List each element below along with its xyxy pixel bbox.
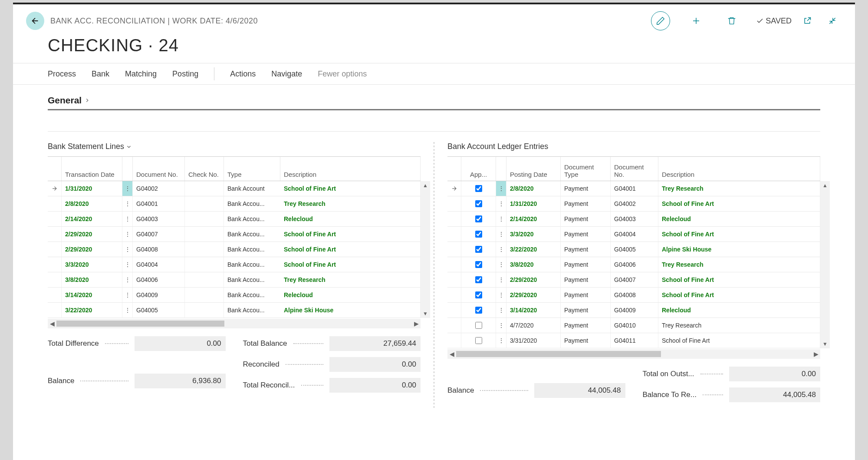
row-selector[interactable] [447, 196, 461, 211]
cell-document-no[interactable]: G04011 [611, 333, 658, 348]
cell-check-no[interactable] [185, 212, 224, 226]
applied-checkbox[interactable] [475, 261, 482, 268]
row-selector[interactable] [48, 288, 62, 302]
new-button[interactable] [687, 11, 706, 30]
row-more-icon[interactable]: ⋮ [496, 212, 506, 226]
cell-applied[interactable] [461, 227, 496, 242]
table-row[interactable]: ⋮1/31/2020PaymentG04002School of Fine Ar… [447, 196, 820, 212]
back-button[interactable] [26, 12, 44, 30]
popout-button[interactable] [798, 11, 817, 30]
row-selector[interactable] [447, 333, 461, 348]
table-row[interactable]: ⋮3/31/2020PaymentG04011School of Fine Ar… [447, 333, 820, 348]
cell-type[interactable]: Bank Accou... [224, 212, 280, 226]
cell-check-no[interactable] [185, 181, 224, 196]
cell-transaction-date[interactable]: 3/14/2020 [62, 288, 122, 302]
table-row[interactable]: ⋮3/22/2020PaymentG04005Alpine Ski House [447, 242, 820, 257]
cell-document-type[interactable]: Payment [561, 227, 611, 242]
row-more-icon[interactable]: ⋮ [496, 303, 506, 318]
row-more-icon[interactable]: ⋮ [496, 227, 506, 242]
cell-description[interactable]: Alpine Ski House [658, 242, 820, 257]
cell-description[interactable]: School of Fine Art [658, 227, 820, 242]
cell-transaction-date[interactable]: 2/29/2020 [62, 227, 122, 242]
scroll-thumb-h[interactable] [56, 321, 224, 327]
row-more-icon[interactable]: ⋮ [496, 181, 506, 196]
row-more-icon[interactable]: ⋮ [122, 212, 133, 226]
cell-check-no[interactable] [185, 303, 224, 318]
cell-type[interactable]: Bank Accou... [224, 242, 280, 257]
row-selector[interactable] [48, 257, 62, 272]
row-more-icon[interactable]: ⋮ [122, 272, 133, 287]
cell-applied[interactable] [461, 212, 496, 226]
row-selector[interactable] [447, 288, 461, 302]
row-more-icon[interactable]: ⋮ [122, 288, 133, 302]
cell-document-type[interactable]: Payment [561, 303, 611, 318]
table-row[interactable]: ⋮3/8/2020PaymentG04006Trey Research [447, 257, 820, 272]
cell-applied[interactable] [461, 196, 496, 211]
cell-transaction-date[interactable]: 2/14/2020 [62, 212, 122, 226]
cell-check-no[interactable] [185, 196, 224, 211]
cell-description[interactable]: Trey Research [280, 196, 421, 211]
applied-checkbox[interactable] [475, 246, 482, 253]
cell-document-type[interactable]: Payment [561, 318, 611, 333]
table-row[interactable]: 2/29/2020⋮G04008Bank Accou...School of F… [48, 242, 421, 257]
cell-applied[interactable] [461, 288, 496, 302]
row-selector[interactable] [447, 242, 461, 257]
table-row[interactable]: ⋮2/29/2020PaymentG04007School of Fine Ar… [447, 272, 820, 288]
cell-posting-date[interactable]: 3/8/2020 [506, 257, 561, 272]
applied-checkbox[interactable] [475, 185, 482, 192]
cell-document-type[interactable]: Payment [561, 212, 611, 226]
applied-checkbox[interactable] [475, 200, 482, 207]
cell-document-no[interactable]: G04002 [611, 196, 658, 211]
row-selector[interactable] [447, 227, 461, 242]
tab-bank[interactable]: Bank [92, 69, 109, 79]
row-more-icon[interactable]: ⋮ [122, 196, 133, 211]
scroll-thumb-h[interactable] [456, 351, 661, 357]
row-more-icon[interactable]: ⋮ [496, 242, 506, 257]
cell-description[interactable]: School of Fine Art [658, 196, 820, 211]
row-selector[interactable] [48, 303, 62, 318]
collapse-button[interactable] [823, 11, 842, 30]
scroll-up-icon[interactable]: ▲ [423, 181, 428, 190]
cell-document-type[interactable]: Payment [561, 333, 611, 348]
cell-document-no[interactable]: G04006 [133, 272, 185, 287]
col-applied[interactable]: App... [461, 157, 496, 181]
cell-applied[interactable] [461, 242, 496, 257]
table-row[interactable]: 3/14/2020⋮G04009Bank Accou...Relecloud [48, 288, 421, 303]
row-more-icon[interactable]: ⋮ [122, 303, 133, 318]
cell-posting-date[interactable]: 3/14/2020 [506, 303, 561, 318]
row-selector[interactable] [48, 196, 62, 211]
col-document-no-r[interactable]: Document No. [611, 157, 658, 181]
col-posting-date[interactable]: Posting Date [506, 157, 561, 181]
applied-checkbox[interactable] [475, 215, 482, 222]
cell-document-no[interactable]: G04005 [611, 242, 658, 257]
scroll-down-icon[interactable]: ▼ [423, 309, 428, 318]
row-more-icon[interactable]: ⋮ [496, 333, 506, 348]
cell-description[interactable]: School of Fine Art [280, 242, 421, 257]
scroll-right-icon[interactable]: ▶ [412, 320, 421, 327]
cell-transaction-date[interactable]: 2/29/2020 [62, 242, 122, 257]
applied-checkbox[interactable] [475, 322, 482, 329]
cell-type[interactable]: Bank Accou... [224, 272, 280, 287]
col-document-no[interactable]: Document No. [133, 157, 185, 181]
cell-check-no[interactable] [185, 288, 224, 302]
row-more-icon[interactable]: ⋮ [122, 227, 133, 242]
cell-document-no[interactable]: G04001 [133, 196, 185, 211]
scroll-down-icon[interactable]: ▼ [822, 340, 828, 348]
cell-applied[interactable] [461, 181, 496, 196]
tab-matching[interactable]: Matching [125, 69, 157, 79]
cell-document-type[interactable]: Payment [561, 196, 611, 211]
cell-document-type[interactable]: Payment [561, 272, 611, 287]
tab-actions[interactable]: Actions [230, 69, 256, 79]
cell-document-no[interactable]: G04010 [611, 318, 658, 333]
cell-applied[interactable] [461, 318, 496, 333]
row-selector[interactable] [48, 181, 62, 196]
cell-document-no[interactable]: G04004 [133, 257, 185, 272]
cell-posting-date[interactable]: 2/29/2020 [506, 288, 561, 302]
cell-transaction-date[interactable]: 3/3/2020 [62, 257, 122, 272]
cell-applied[interactable] [461, 272, 496, 287]
cell-document-no[interactable]: G04005 [133, 303, 185, 318]
fewer-options[interactable]: Fewer options [318, 69, 367, 79]
applied-checkbox[interactable] [475, 291, 482, 298]
cell-document-no[interactable]: G04001 [611, 181, 658, 196]
cell-description[interactable]: Relecloud [280, 212, 421, 226]
